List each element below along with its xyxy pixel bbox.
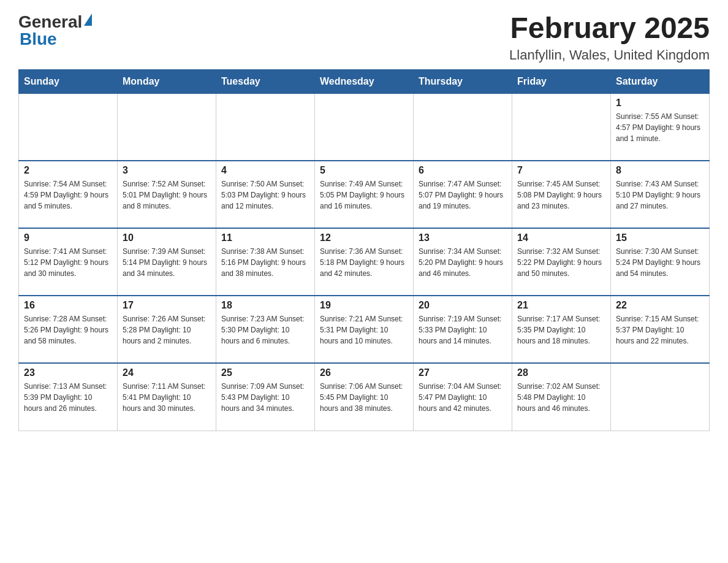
day-number: 18 (221, 300, 309, 311)
calendar-cell: 26Sunrise: 7:06 AM Sunset: 5:45 PM Dayli… (315, 363, 414, 431)
calendar-cell (216, 93, 315, 161)
day-number: 13 (419, 232, 507, 243)
day-number: 19 (320, 300, 408, 311)
calendar-cell: 8Sunrise: 7:43 AM Sunset: 5:10 PM Daylig… (611, 161, 710, 228)
day-number: 28 (517, 367, 605, 378)
day-info: Sunrise: 7:38 AM Sunset: 5:16 PM Dayligh… (221, 246, 309, 279)
calendar-cell (414, 93, 512, 161)
calendar-cell: 25Sunrise: 7:09 AM Sunset: 5:43 PM Dayli… (216, 363, 315, 431)
day-info: Sunrise: 7:09 AM Sunset: 5:43 PM Dayligh… (221, 381, 309, 414)
calendar-cell: 12Sunrise: 7:36 AM Sunset: 5:18 PM Dayli… (315, 228, 414, 296)
header-saturday: Saturday (611, 69, 710, 93)
day-info: Sunrise: 7:04 AM Sunset: 5:47 PM Dayligh… (419, 381, 507, 414)
day-number: 27 (419, 367, 507, 378)
day-number: 9 (24, 232, 112, 243)
calendar-cell (611, 363, 710, 431)
title-section: February 2025 Llanfyllin, Wales, United … (509, 12, 710, 63)
calendar-cell: 19Sunrise: 7:21 AM Sunset: 5:31 PM Dayli… (315, 296, 414, 363)
day-number: 25 (221, 367, 309, 378)
day-info: Sunrise: 7:11 AM Sunset: 5:41 PM Dayligh… (123, 381, 211, 414)
day-info: Sunrise: 7:55 AM Sunset: 4:57 PM Dayligh… (616, 111, 704, 144)
calendar-cell: 1Sunrise: 7:55 AM Sunset: 4:57 PM Daylig… (611, 93, 710, 161)
day-number: 17 (123, 300, 211, 311)
calendar-cell: 27Sunrise: 7:04 AM Sunset: 5:47 PM Dayli… (414, 363, 512, 431)
day-number: 3 (123, 165, 211, 176)
day-info: Sunrise: 7:30 AM Sunset: 5:24 PM Dayligh… (616, 246, 704, 279)
calendar-week-3: 9Sunrise: 7:41 AM Sunset: 5:12 PM Daylig… (19, 228, 710, 296)
calendar-cell: 22Sunrise: 7:15 AM Sunset: 5:37 PM Dayli… (611, 296, 710, 363)
day-number: 11 (221, 232, 309, 243)
day-number: 15 (616, 232, 704, 243)
calendar-cell: 7Sunrise: 7:45 AM Sunset: 5:08 PM Daylig… (512, 161, 611, 228)
calendar-cell: 3Sunrise: 7:52 AM Sunset: 5:01 PM Daylig… (118, 161, 216, 228)
calendar-cell: 10Sunrise: 7:39 AM Sunset: 5:14 PM Dayli… (118, 228, 216, 296)
day-number: 2 (24, 165, 112, 176)
day-number: 8 (616, 165, 704, 176)
header-tuesday: Tuesday (216, 69, 315, 93)
day-number: 4 (221, 165, 309, 176)
day-number: 24 (123, 367, 211, 378)
header-thursday: Thursday (414, 69, 512, 93)
day-info: Sunrise: 7:43 AM Sunset: 5:10 PM Dayligh… (616, 178, 704, 212)
header-sunday: Sunday (19, 69, 118, 93)
day-info: Sunrise: 7:47 AM Sunset: 5:07 PM Dayligh… (419, 178, 507, 212)
day-info: Sunrise: 7:02 AM Sunset: 5:48 PM Dayligh… (517, 381, 605, 414)
calendar-cell: 21Sunrise: 7:17 AM Sunset: 5:35 PM Dayli… (512, 296, 611, 363)
logo-triangle-icon (84, 13, 92, 26)
header-wednesday: Wednesday (315, 69, 414, 93)
day-number: 6 (419, 165, 507, 176)
day-number: 7 (517, 165, 605, 176)
calendar-week-2: 2Sunrise: 7:54 AM Sunset: 4:59 PM Daylig… (19, 161, 710, 228)
weekday-header-row: Sunday Monday Tuesday Wednesday Thursday… (19, 69, 710, 93)
day-number: 1 (616, 98, 704, 109)
day-number: 14 (517, 232, 605, 243)
calendar-week-4: 16Sunrise: 7:28 AM Sunset: 5:26 PM Dayli… (19, 296, 710, 363)
day-number: 26 (320, 367, 408, 378)
calendar-cell (315, 93, 414, 161)
calendar-cell: 15Sunrise: 7:30 AM Sunset: 5:24 PM Dayli… (611, 228, 710, 296)
location-title: Llanfyllin, Wales, United Kingdom (509, 47, 710, 63)
calendar-cell: 20Sunrise: 7:19 AM Sunset: 5:33 PM Dayli… (414, 296, 512, 363)
day-info: Sunrise: 7:26 AM Sunset: 5:28 PM Dayligh… (123, 313, 211, 347)
day-info: Sunrise: 7:17 AM Sunset: 5:35 PM Dayligh… (517, 313, 605, 347)
logo-blue-text: Blue (20, 29, 57, 49)
day-number: 10 (123, 232, 211, 243)
day-info: Sunrise: 7:15 AM Sunset: 5:37 PM Dayligh… (616, 313, 704, 347)
calendar-cell: 17Sunrise: 7:26 AM Sunset: 5:28 PM Dayli… (118, 296, 216, 363)
calendar-cell: 24Sunrise: 7:11 AM Sunset: 5:41 PM Dayli… (118, 363, 216, 431)
day-number: 12 (320, 232, 408, 243)
day-info: Sunrise: 7:28 AM Sunset: 5:26 PM Dayligh… (24, 313, 112, 347)
day-info: Sunrise: 7:19 AM Sunset: 5:33 PM Dayligh… (419, 313, 507, 347)
day-number: 20 (419, 300, 507, 311)
calendar-cell: 9Sunrise: 7:41 AM Sunset: 5:12 PM Daylig… (19, 228, 118, 296)
day-number: 21 (517, 300, 605, 311)
calendar-cell: 16Sunrise: 7:28 AM Sunset: 5:26 PM Dayli… (19, 296, 118, 363)
day-info: Sunrise: 7:50 AM Sunset: 5:03 PM Dayligh… (221, 178, 309, 212)
calendar-cell: 23Sunrise: 7:13 AM Sunset: 5:39 PM Dayli… (19, 363, 118, 431)
day-info: Sunrise: 7:06 AM Sunset: 5:45 PM Dayligh… (320, 381, 408, 414)
day-info: Sunrise: 7:34 AM Sunset: 5:20 PM Dayligh… (419, 246, 507, 279)
calendar-cell: 28Sunrise: 7:02 AM Sunset: 5:48 PM Dayli… (512, 363, 611, 431)
day-number: 16 (24, 300, 112, 311)
day-info: Sunrise: 7:32 AM Sunset: 5:22 PM Dayligh… (517, 246, 605, 279)
calendar-cell: 14Sunrise: 7:32 AM Sunset: 5:22 PM Dayli… (512, 228, 611, 296)
calendar-week-5: 23Sunrise: 7:13 AM Sunset: 5:39 PM Dayli… (19, 363, 710, 431)
day-info: Sunrise: 7:36 AM Sunset: 5:18 PM Dayligh… (320, 246, 408, 279)
calendar-cell: 5Sunrise: 7:49 AM Sunset: 5:05 PM Daylig… (315, 161, 414, 228)
day-info: Sunrise: 7:49 AM Sunset: 5:05 PM Dayligh… (320, 178, 408, 212)
calendar-cell: 2Sunrise: 7:54 AM Sunset: 4:59 PM Daylig… (19, 161, 118, 228)
calendar-cell (19, 93, 118, 161)
day-info: Sunrise: 7:39 AM Sunset: 5:14 PM Dayligh… (123, 246, 211, 279)
day-number: 5 (320, 165, 408, 176)
day-info: Sunrise: 7:13 AM Sunset: 5:39 PM Dayligh… (24, 381, 112, 414)
calendar-table: Sunday Monday Tuesday Wednesday Thursday… (18, 69, 710, 431)
day-info: Sunrise: 7:23 AM Sunset: 5:30 PM Dayligh… (221, 313, 309, 347)
day-info: Sunrise: 7:52 AM Sunset: 5:01 PM Dayligh… (123, 178, 211, 212)
calendar-cell (512, 93, 611, 161)
day-info: Sunrise: 7:54 AM Sunset: 4:59 PM Dayligh… (24, 178, 112, 212)
month-title: February 2025 (509, 12, 710, 45)
calendar-cell (118, 93, 216, 161)
day-info: Sunrise: 7:45 AM Sunset: 5:08 PM Dayligh… (517, 178, 605, 212)
logo: General Blue (18, 12, 92, 49)
calendar-cell: 6Sunrise: 7:47 AM Sunset: 5:07 PM Daylig… (414, 161, 512, 228)
